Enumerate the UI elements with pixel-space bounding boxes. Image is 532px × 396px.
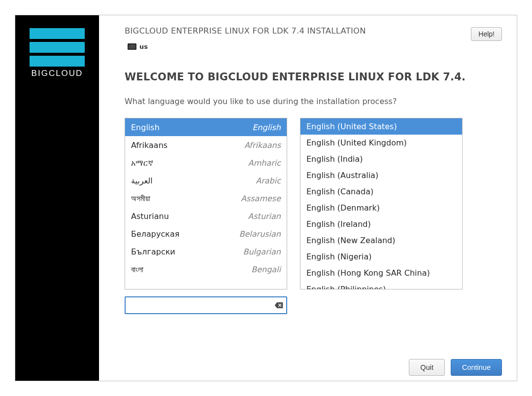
- language-row[interactable]: EnglishEnglish: [125, 118, 287, 136]
- language-row[interactable]: БългарскиBulgarian: [125, 243, 287, 260]
- language-row[interactable]: AsturianuAsturian: [125, 207, 287, 225]
- brand-logo: BIGCLOUD: [30, 28, 85, 78]
- language-native-label: Asturianu: [131, 212, 169, 221]
- keyboard-layout-label: us: [139, 43, 148, 50]
- locale-row[interactable]: English (Canada): [300, 183, 462, 200]
- language-native-label: English: [131, 123, 160, 132]
- language-native-label: Afrikaans: [131, 141, 167, 150]
- installer-title: BIGCLOUD ENTERPRISE LINUX FOR LDK 7.4 IN…: [125, 26, 366, 36]
- language-english-label: Arabic: [256, 176, 281, 185]
- language-native-label: Беларуская: [131, 229, 179, 239]
- language-native-label: አማርኛ: [131, 158, 153, 168]
- locale-row[interactable]: English (India): [300, 151, 462, 167]
- locale-list[interactable]: English (United States)English (United K…: [300, 118, 463, 289]
- main-content: BIGCLOUD ENTERPRISE LINUX FOR LDK 7.4 IN…: [99, 15, 517, 381]
- backspace-clear-icon[interactable]: [274, 302, 283, 309]
- keyboard-icon: [128, 43, 136, 50]
- language-native-label: العربية: [131, 176, 153, 185]
- welcome-title: WELCOME TO BIGCLOUD ENTERPRISE LINUX FOR…: [125, 71, 502, 83]
- locale-row[interactable]: English (Denmark): [300, 200, 462, 216]
- help-button[interactable]: Help!: [471, 27, 502, 41]
- language-native-label: Български: [131, 247, 175, 256]
- language-english-label: English: [252, 123, 281, 132]
- sidebar: BIGCLOUD: [15, 15, 99, 381]
- language-list[interactable]: EnglishEnglishAfrikaansAfrikaansአማርኛAmha…: [125, 118, 287, 289]
- keyboard-layout-indicator[interactable]: us: [125, 39, 161, 53]
- help-button-label: Help!: [478, 30, 495, 38]
- locale-row[interactable]: English (Philippines): [300, 281, 462, 289]
- locale-row[interactable]: English (United States): [300, 118, 462, 135]
- language-english-label: Bulgarian: [243, 247, 281, 256]
- language-row[interactable]: অসমীয়াAssamese: [125, 189, 287, 207]
- welcome-subtitle: What language would you like to use duri…: [125, 97, 502, 106]
- locale-row[interactable]: English (Nigeria): [300, 249, 462, 265]
- language-english-label: Afrikaans: [244, 141, 281, 150]
- locale-row[interactable]: English (Australia): [300, 167, 462, 183]
- continue-button-label: Continue: [462, 363, 491, 371]
- language-row[interactable]: БеларускаяBelarusian: [125, 225, 287, 243]
- quit-button-label: Quit: [420, 363, 433, 371]
- language-row[interactable]: العربيةArabic: [125, 172, 287, 189]
- language-row[interactable]: AfrikaansAfrikaans: [125, 136, 287, 154]
- continue-button[interactable]: Continue: [451, 359, 502, 376]
- language-english-label: Asturian: [248, 212, 281, 221]
- language-english-label: Bengali: [251, 265, 281, 274]
- language-row[interactable]: አማርኛAmharic: [125, 154, 287, 172]
- language-search-input[interactable]: [125, 296, 287, 314]
- locale-row[interactable]: English (New Zealand): [300, 232, 462, 249]
- language-native-label: বাংলা: [131, 265, 143, 274]
- language-english-label: Assamese: [241, 194, 281, 203]
- language-native-label: অসমীয়া: [131, 194, 150, 203]
- locale-row[interactable]: English (Hong Kong SAR China): [300, 265, 462, 281]
- locale-row[interactable]: English (Ireland): [300, 216, 462, 232]
- brand-name: BIGCLOUD: [30, 69, 85, 78]
- language-english-label: Amharic: [248, 158, 281, 168]
- locale-row[interactable]: English (United Kingdom): [300, 135, 462, 151]
- language-row[interactable]: বাংলাBengali: [125, 260, 287, 278]
- language-english-label: Belarusian: [239, 229, 281, 239]
- quit-button[interactable]: Quit: [409, 359, 445, 376]
